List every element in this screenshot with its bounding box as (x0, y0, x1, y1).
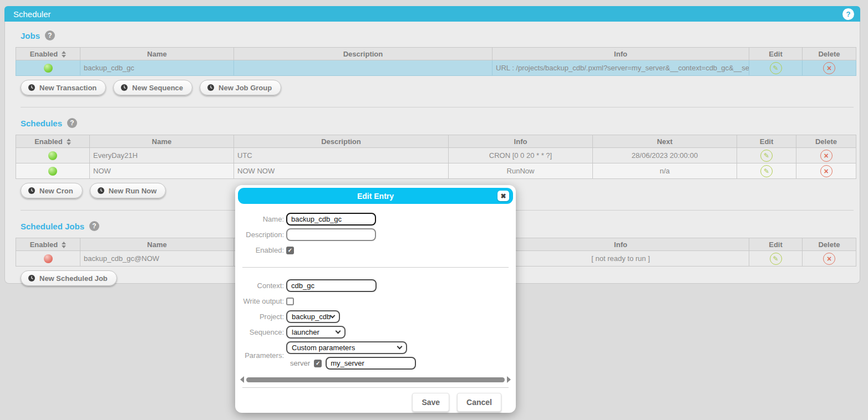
x-circle-icon: × (827, 254, 831, 263)
jobs-section-head: Jobs ? (21, 30, 855, 40)
context-input[interactable] (286, 279, 377, 292)
col-label: Enabled (30, 50, 58, 58)
horizontal-scrollbar (240, 376, 511, 383)
clock-icon (28, 187, 35, 194)
new-job-group-button[interactable]: New Job Group (200, 80, 281, 95)
chevron-down-icon (330, 313, 336, 319)
enabled-cell (16, 163, 90, 179)
sequence-select-value: launcher (292, 328, 319, 336)
delete-scheduled-job-button[interactable]: × (823, 253, 835, 265)
button-label: New Cron (39, 187, 73, 195)
jobs-table: Enabled Name Description Info Edit Delet… (16, 47, 856, 76)
new-scheduled-job-button[interactable]: New Scheduled Job (21, 270, 117, 286)
project-label: Project: (235, 313, 284, 321)
server-param-line: server ✓ (286, 357, 416, 370)
close-button[interactable]: ✖ (498, 191, 509, 201)
scheduled-jobs-help-icon[interactable]: ? (89, 221, 99, 231)
enabled-label: Enabled: (235, 246, 284, 254)
jobs-col-description: Description (234, 48, 493, 60)
server-param-checkbox[interactable]: ✓ (314, 360, 322, 367)
clock-icon (98, 187, 104, 194)
dialog-title: Edit Entry (357, 192, 394, 201)
schedules-section-head: Schedules ? (21, 118, 855, 128)
jobs-col-enabled[interactable]: Enabled (16, 48, 80, 60)
pencil-icon: ✎ (764, 152, 769, 160)
scheduler-page: Scheduler ? Jobs ? Enabled Name Descript… (0, 0, 868, 420)
schedules-col-edit: Edit (737, 135, 796, 148)
next-cell: 28/06/2023 20:00:00 (593, 148, 737, 163)
button-label: New Run Now (109, 187, 157, 195)
parameters-mode-select[interactable]: Custom parameters (286, 341, 407, 354)
schedules-row-now[interactable]: NOW NOW NOW RunNow n/a ✎ × (16, 163, 856, 179)
scroll-right-arrow-icon[interactable] (507, 376, 511, 383)
delete-schedule-button[interactable]: × (820, 165, 833, 177)
spacer (235, 268, 516, 276)
cancel-button[interactable]: Cancel (457, 393, 501, 412)
edit-cell: ✎ (749, 60, 803, 76)
name-cell: backup_cdb_gc (80, 60, 234, 76)
save-button[interactable]: Save (412, 393, 449, 412)
delete-schedule-button[interactable]: × (820, 150, 833, 162)
delete-cell: × (803, 60, 856, 76)
scroll-left-arrow-icon[interactable] (240, 376, 244, 383)
edit-scheduled-job-button[interactable]: ✎ (770, 253, 782, 265)
scheduled-jobs-col-enabled[interactable]: Enabled (16, 238, 80, 251)
new-run-now-button[interactable]: New Run Now (90, 183, 166, 198)
project-select[interactable]: backup_cdb (286, 310, 340, 323)
enabled-cell (16, 251, 80, 267)
close-icon: ✖ (500, 192, 506, 200)
col-label: Enabled (34, 137, 63, 146)
clock-icon (28, 275, 35, 281)
server-param-label: server (290, 359, 310, 367)
write-output-row: Write output: (235, 295, 516, 308)
edit-schedule-button[interactable]: ✎ (760, 165, 773, 177)
new-sequence-button[interactable]: New Sequence (113, 80, 192, 95)
name-input[interactable] (286, 213, 376, 226)
schedules-row-everyday21h[interactable]: EveryDay21H UTC CRON [0 0 20 * * ?] 28/0… (16, 148, 856, 163)
pencil-icon: ✎ (773, 64, 778, 72)
description-cell: UTC (234, 148, 449, 163)
info-cell: RunNow (449, 163, 593, 179)
sequence-select[interactable]: launcher (286, 326, 346, 339)
edit-job-button[interactable]: ✎ (770, 62, 782, 74)
new-transaction-button[interactable]: New Transaction (21, 80, 106, 95)
section-divider (21, 107, 854, 107)
dialog-body: Name: Description: Enabled: ✓ Context: W… (235, 207, 516, 412)
jobs-row-backup-cdb-gc[interactable]: backup_cdb_gc URL : /projects/backup_cdb… (16, 60, 856, 76)
enabled-cell (16, 60, 80, 76)
jobs-help-icon[interactable]: ? (45, 30, 55, 40)
context-label: Context: (235, 281, 284, 290)
enabled-checkbox[interactable]: ✓ (286, 247, 294, 254)
button-label: New Sequence (132, 84, 183, 92)
panel-header: Scheduler ? (4, 6, 860, 22)
info-cell: [ not ready to run ] (493, 251, 749, 267)
description-input[interactable] (286, 228, 376, 241)
delete-job-button[interactable]: × (823, 62, 835, 74)
edit-schedule-button[interactable]: ✎ (760, 150, 773, 162)
server-param-input[interactable] (326, 357, 416, 370)
parameters-controls: Custom parameters server ✓ (286, 341, 416, 370)
pencil-icon: ✎ (764, 167, 769, 175)
edit-entry-dialog: Edit Entry ✖ Name: Description: Enabled:… (235, 185, 516, 413)
name-row: Name: (235, 213, 516, 226)
button-label: New Job Group (219, 84, 272, 92)
context-row: Context: (235, 279, 516, 292)
scheduled-jobs-col-name: Name (80, 238, 234, 251)
sort-icon (62, 242, 66, 248)
sort-icon (62, 51, 66, 58)
project-row: Project: backup_cdb (235, 310, 516, 323)
write-output-checkbox[interactable] (286, 298, 294, 305)
new-cron-button[interactable]: New Cron (21, 183, 83, 198)
write-output-label: Write output: (235, 297, 284, 305)
jobs-buttons: New Transaction New Sequence New Job Gro… (21, 80, 855, 95)
schedules-col-delete: Delete (796, 135, 856, 148)
jobs-col-edit: Edit (749, 48, 803, 60)
scrollbar-thumb[interactable] (246, 377, 505, 382)
schedules-help-icon[interactable]: ? (67, 118, 77, 128)
help-icon[interactable]: ? (842, 8, 854, 20)
schedules-section-title: Schedules (21, 119, 62, 128)
dialog-footer: Save Cancel (235, 388, 516, 412)
pencil-icon: ✎ (773, 255, 778, 263)
schedules-col-enabled[interactable]: Enabled (16, 135, 90, 148)
schedules-col-description: Description (234, 135, 449, 148)
